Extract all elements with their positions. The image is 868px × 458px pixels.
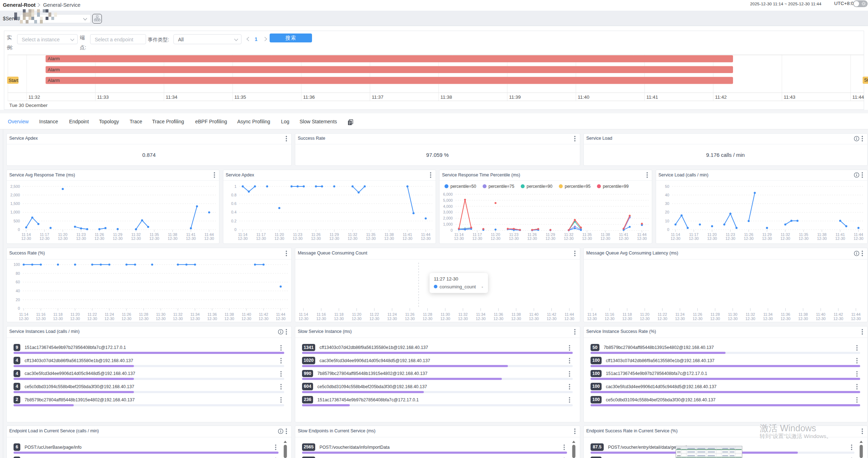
svg-text:12-30: 12-30	[799, 236, 809, 241]
svg-text:12-30: 12-30	[87, 317, 97, 321]
svg-text:12-30: 12-30	[619, 236, 629, 241]
svg-text:11:20: 11:20	[71, 312, 80, 317]
svg-text:12-30: 12-30	[36, 317, 46, 321]
svg-text:12-30: 12-30	[781, 317, 791, 321]
svg-text:11:44: 11:44	[851, 312, 861, 317]
svg-text:11:42: 11:42	[547, 312, 556, 317]
svg-text:12-30: 12-30	[113, 236, 123, 241]
svg-text:Alarm: Alarm	[48, 56, 60, 61]
svg-text:11:24: 11:24	[388, 312, 397, 317]
svg-text:11:28: 11:28	[139, 312, 148, 317]
svg-text:11:32: 11:32	[745, 312, 755, 317]
svg-text:12-30: 12-30	[256, 236, 266, 241]
svg-text:12-30: 12-30	[853, 236, 863, 241]
svg-text:percentile=50: percentile=50	[451, 184, 477, 189]
svg-text:11:40: 11:40	[529, 312, 539, 317]
svg-text:12-30: 12-30	[601, 236, 610, 241]
svg-text:11:34: 11:34	[763, 312, 773, 317]
svg-text:2,000: 2,000	[443, 216, 453, 221]
svg-text:12-30: 12-30	[274, 236, 284, 241]
svg-text:11:32: 11:32	[173, 312, 182, 317]
svg-text:12-30: 12-30	[472, 236, 482, 241]
svg-text:12-30: 12-30	[710, 317, 720, 321]
svg-text:12-30: 12-30	[19, 317, 29, 321]
svg-text:50: 50	[665, 184, 669, 189]
svg-text:10: 10	[665, 219, 669, 223]
svg-text:12-30: 12-30	[816, 317, 826, 321]
svg-text:12-30: 12-30	[762, 236, 772, 241]
svg-text:11:22: 11:22	[370, 312, 379, 317]
svg-text:12-30: 12-30	[334, 317, 344, 321]
svg-text:40: 40	[16, 289, 20, 293]
svg-text:11:38: 11:38	[440, 94, 452, 100]
svg-text:12-30: 12-30	[707, 236, 717, 241]
svg-text:11:38: 11:38	[799, 312, 808, 317]
svg-text:11:24: 11:24	[675, 312, 685, 317]
svg-text:1: 1	[234, 184, 236, 189]
svg-text:11:36: 11:36	[207, 312, 217, 317]
svg-text:11:32: 11:32	[28, 94, 40, 100]
svg-text:0.6: 0.6	[231, 201, 236, 206]
svg-text:1,500: 1,500	[10, 201, 20, 206]
svg-text:11:26: 11:26	[122, 312, 131, 317]
svg-text:12-30: 12-30	[238, 236, 248, 241]
svg-text:12-30: 12-30	[104, 317, 114, 321]
svg-text:12-30: 12-30	[605, 317, 615, 321]
svg-text:11:30: 11:30	[156, 312, 165, 317]
svg-text:12-30: 12-30	[490, 236, 500, 241]
svg-text:12-30: 12-30	[58, 236, 68, 241]
svg-text:12-30: 12-30	[149, 236, 159, 241]
svg-text:12-30: 12-30	[369, 317, 379, 321]
svg-text:percentile=95: percentile=95	[565, 184, 591, 189]
svg-text:11:34: 11:34	[190, 312, 199, 317]
svg-text:11:44: 11:44	[565, 312, 574, 317]
svg-text:12-30: 12-30	[622, 317, 632, 321]
svg-text:11:40: 11:40	[816, 312, 825, 317]
svg-text:12-30: 12-30	[224, 317, 234, 321]
svg-text:12-30: 12-30	[509, 236, 519, 241]
svg-text:60: 60	[16, 280, 20, 284]
svg-text:11:18: 11:18	[623, 312, 632, 317]
svg-text:0: 0	[667, 227, 669, 232]
svg-text:12-30: 12-30	[186, 236, 196, 241]
svg-text:Alarm: Alarm	[48, 67, 60, 72]
svg-text:12-30: 12-30	[744, 236, 754, 241]
svg-text:11:26: 11:26	[693, 312, 702, 317]
svg-text:11:42: 11:42	[833, 312, 843, 317]
svg-text:11:36: 11:36	[303, 94, 315, 100]
svg-text:12-30: 12-30	[94, 236, 104, 241]
svg-text:500: 500	[14, 219, 20, 223]
svg-text:Start: Start	[9, 78, 19, 83]
svg-text:12-30: 12-30	[352, 317, 362, 321]
svg-text:12-30: 12-30	[763, 317, 773, 321]
svg-text:11:14: 11:14	[19, 312, 28, 317]
svg-text:12-30: 12-30	[190, 317, 200, 321]
svg-text:12-30: 12-30	[311, 236, 321, 241]
svg-text:11:30: 11:30	[728, 312, 737, 317]
svg-text:12-30: 12-30	[387, 317, 397, 321]
svg-text:11:40: 11:40	[578, 94, 589, 100]
svg-text:11:41: 11:41	[646, 94, 658, 100]
svg-text:12-30: 12-30	[798, 317, 808, 321]
svg-text:12-30: 12-30	[675, 317, 685, 321]
svg-text:12-30: 12-30	[384, 236, 394, 241]
svg-text:12-30: 12-30	[817, 236, 827, 241]
svg-text:Tue 30 December: Tue 30 December	[9, 103, 48, 108]
svg-text:11:44: 11:44	[276, 312, 285, 317]
svg-text:12-30: 12-30	[366, 236, 376, 241]
svg-text:12-30: 12-30	[76, 236, 86, 241]
svg-text:12-30: 12-30	[637, 236, 647, 241]
svg-text:12-30: 12-30	[259, 317, 269, 321]
svg-text:12-30: 12-30	[298, 317, 308, 321]
svg-text:11:16: 11:16	[605, 312, 614, 317]
svg-text:12-30: 12-30	[402, 236, 412, 241]
svg-text:4,000: 4,000	[443, 204, 453, 209]
svg-text:12-30: 12-30	[204, 236, 214, 241]
svg-text:11:35: 11:35	[234, 94, 246, 100]
svg-text:12-30: 12-30	[851, 317, 861, 321]
svg-text:12-30: 12-30	[745, 317, 755, 321]
svg-text:11:28: 11:28	[711, 312, 720, 317]
svg-text:1,000: 1,000	[10, 210, 20, 215]
svg-text:11:18: 11:18	[334, 312, 343, 317]
svg-text:12-30: 12-30	[131, 236, 141, 241]
